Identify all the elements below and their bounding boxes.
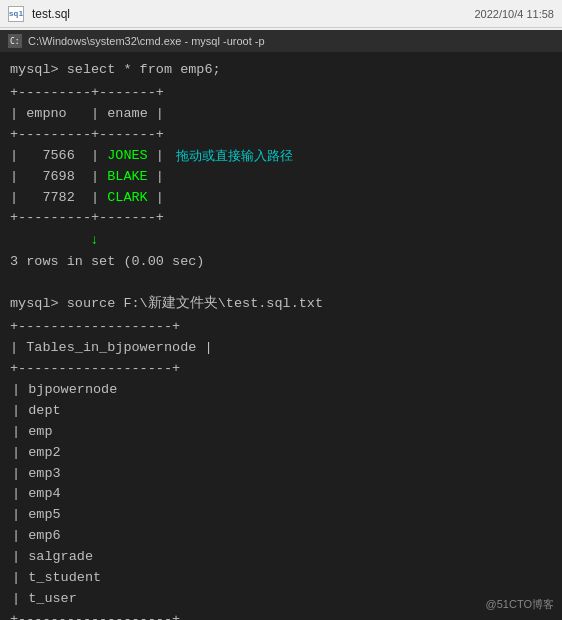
list-item-8: | emp6 xyxy=(10,526,552,547)
file-icon: sql xyxy=(8,6,24,22)
table1-border-mid: +---------+-------+ xyxy=(10,125,552,146)
row1-content: | 7566 | JONES | xyxy=(10,146,164,167)
cmd-titlebar: C: C:\Windows\system32\cmd.exe - mysql -… xyxy=(0,30,562,52)
list-item-9: | salgrade xyxy=(10,547,552,568)
cmd-window: C: C:\Windows\system32\cmd.exe - mysql -… xyxy=(0,30,562,620)
list-item-3: | emp xyxy=(10,422,552,443)
table2-border-mid: +-------------------+ xyxy=(10,359,552,380)
cmd-icon: C: xyxy=(8,34,22,48)
table2-border-top: +-------------------+ xyxy=(10,317,552,338)
watermark: @51CTO博客 xyxy=(486,597,554,612)
table1-row1: | 7566 | JONES | 拖动或直接输入路径 xyxy=(10,146,552,167)
table1-border-bottom: +---------+-------+ xyxy=(10,208,552,229)
source-cmd: mysql> source F:\新建文件夹\test.sql.txt xyxy=(10,294,552,315)
table1-border-top: +---------+-------+ xyxy=(10,83,552,104)
table2-header: | Tables_in_bjpowernode | xyxy=(10,338,552,359)
cmd-body[interactable]: mysql> select * from emp6; +---------+--… xyxy=(0,52,562,620)
list-item-6: | emp4 xyxy=(10,484,552,505)
table1-row3: | 7782 | CLARK | xyxy=(10,188,552,209)
svg-text:C:: C: xyxy=(10,37,20,46)
list-item-7: | emp5 xyxy=(10,505,552,526)
cmd-title-text: C:\Windows\system32\cmd.exe - mysql -uro… xyxy=(28,35,265,47)
drag-hint: 拖动或直接输入路径 xyxy=(176,146,293,166)
blank-line xyxy=(10,273,552,294)
list-item-5: | emp3 xyxy=(10,464,552,485)
rows-info: 3 rows in set (0.00 sec) xyxy=(10,252,552,273)
tables-list-container: +-------------------+ | Tables_in_bjpowe… xyxy=(10,317,552,620)
emp6-table: +---------+-------+ | empno | ename | +-… xyxy=(10,83,552,229)
table1-row2: | 7698 | BLAKE | xyxy=(10,167,552,188)
list-item-10: | t_student xyxy=(10,568,552,589)
list-item-1: | bjpowernode xyxy=(10,380,552,401)
query1-line: mysql> select * from emp6; xyxy=(10,60,552,81)
table1-header: | empno | ename | xyxy=(10,104,552,125)
filename-label: test.sql xyxy=(32,7,466,21)
list-item-11: | t_user xyxy=(10,589,552,610)
list-item-4: | emp2 xyxy=(10,443,552,464)
arrow-indicator: ↓ xyxy=(10,231,552,252)
datetime-label: 2022/10/4 11:58 xyxy=(474,8,554,20)
table2-border-bottom: +-------------------+ xyxy=(10,610,552,620)
list-item-2: | dept xyxy=(10,401,552,422)
title-bar: sql test.sql 2022/10/4 11:58 xyxy=(0,0,562,28)
